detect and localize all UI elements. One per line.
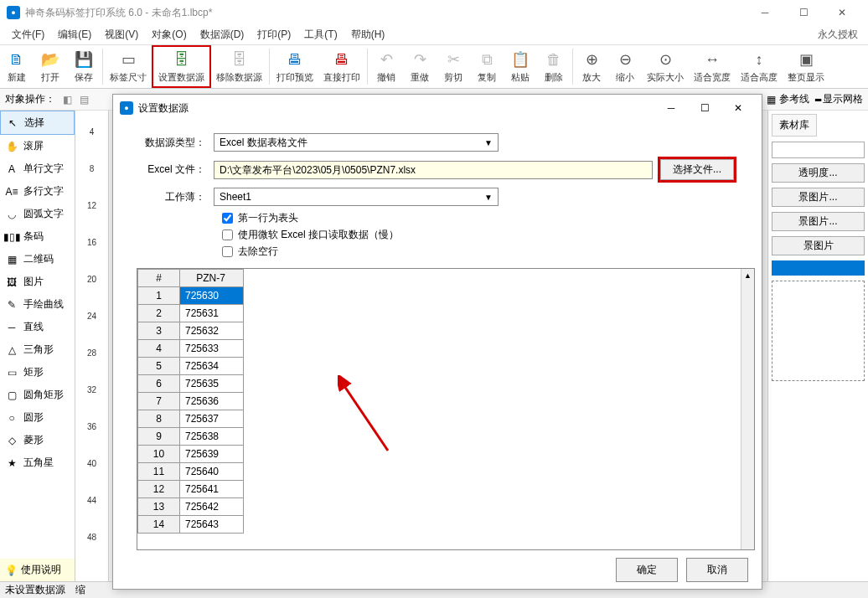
tool-菱形[interactable]: ◇菱形 <box>0 429 75 451</box>
toolbar-复制[interactable]: ⧉复制 <box>470 45 504 88</box>
minimize-button[interactable]: ─ <box>746 0 784 25</box>
remove-empty-checkbox[interactable] <box>222 246 233 257</box>
header-checkbox[interactable] <box>222 213 233 224</box>
cell-value[interactable]: 725637 <box>180 410 244 428</box>
msexcel-checkbox[interactable] <box>222 229 233 240</box>
maximize-button[interactable]: ☐ <box>784 0 823 25</box>
table-row[interactable]: 7725636 <box>138 393 244 410</box>
tool-二维码[interactable]: ▦二维码 <box>0 248 75 271</box>
remove-empty-checkbox-row[interactable]: 去除空行 <box>222 245 736 259</box>
toolbar-缩小[interactable]: ⊖缩小 <box>608 45 642 88</box>
table-row[interactable]: 2725631 <box>138 305 244 322</box>
tool-图片[interactable]: 🖼图片 <box>0 271 75 293</box>
material-combo[interactable] <box>772 142 865 158</box>
toolbar-打印预览[interactable]: 🖶打印预览 <box>271 45 318 88</box>
scrollbar[interactable]: ▲ <box>741 269 754 549</box>
layer-icon[interactable]: ◧ <box>63 94 72 106</box>
file-path-input[interactable]: D:\文章发布平台\2023\05月\0505\PZN7.xlsx <box>214 161 653 179</box>
menu-item[interactable]: 文件(F) <box>5 26 51 43</box>
tool-圆角矩形[interactable]: ▢圆角矩形 <box>0 384 75 406</box>
toolbar-打开[interactable]: 📂打开 <box>34 45 67 88</box>
data-table[interactable]: # PZN-7 17256302725631372563247256335725… <box>137 268 755 550</box>
sheet-combo[interactable]: Sheet1▼ <box>214 188 499 206</box>
tool-滚屏[interactable]: ✋滚屏 <box>0 135 75 157</box>
cell-value[interactable]: 725641 <box>180 481 244 498</box>
cell-value[interactable]: 725634 <box>180 358 244 375</box>
cell-value[interactable]: 725632 <box>180 322 244 340</box>
table-row[interactable]: 5725634 <box>138 358 244 375</box>
table-row[interactable]: 1725630 <box>138 287 244 305</box>
type-combo[interactable]: Excel 数据表格文件▼ <box>214 133 499 152</box>
bg-image-button-3[interactable]: 景图片 <box>772 236 865 255</box>
toolbar-重做[interactable]: ↷重做 <box>403 45 437 88</box>
menu-item[interactable]: 编辑(E) <box>51 26 98 43</box>
toolbar-保存[interactable]: 💾保存 <box>67 45 101 88</box>
toolbar-适合宽度[interactable]: ↔适合宽度 <box>689 45 736 88</box>
reference-lines-button[interactable]: ▦参考线 <box>767 92 809 106</box>
toolbar-撤销[interactable]: ↶撤销 <box>369 45 403 88</box>
cancel-button[interactable]: 取消 <box>686 558 748 582</box>
bg-image-button-2[interactable]: 景图片... <box>772 212 865 231</box>
cell-value[interactable]: 725643 <box>180 516 244 534</box>
toolbar-删除[interactable]: 🗑删除 <box>537 45 571 88</box>
msexcel-checkbox-row[interactable]: 使用微软 Excel 接口读取数据（慢） <box>222 228 736 242</box>
table-row[interactable]: 11725640 <box>138 463 244 481</box>
toolbar-直接打印[interactable]: 🖶直接打印 <box>318 45 365 88</box>
close-button[interactable]: ✕ <box>823 0 861 25</box>
menu-item[interactable]: 帮助(H) <box>344 26 392 43</box>
tool-矩形[interactable]: ▭矩形 <box>0 361 75 384</box>
toolbar-适合高度[interactable]: ↕适合高度 <box>736 45 783 88</box>
tool-五角星[interactable]: ★五角星 <box>0 451 75 474</box>
toolbar-实际大小[interactable]: ⊙实际大小 <box>642 45 689 88</box>
table-row[interactable]: 8725637 <box>138 410 244 428</box>
choose-file-button[interactable]: 选择文件... <box>660 159 734 180</box>
header-checkbox-row[interactable]: 第一行为表头 <box>222 211 736 225</box>
table-row[interactable]: 4725633 <box>138 340 244 358</box>
tool-多行文字[interactable]: A≡多行文字 <box>0 180 75 203</box>
menu-item[interactable]: 对象(O) <box>145 26 193 43</box>
menu-item[interactable]: 打印(P) <box>251 26 297 43</box>
tool-圆弧文字[interactable]: ◡圆弧文字 <box>0 203 75 225</box>
cell-value[interactable]: 725631 <box>180 305 244 322</box>
cell-value[interactable]: 725636 <box>180 393 244 410</box>
toolbar-设置数据源[interactable]: 🗄设置数据源 <box>152 45 211 88</box>
tool-单行文字[interactable]: A单行文字 <box>0 157 75 180</box>
tool-选择[interactable]: ↖选择 <box>0 111 75 135</box>
table-row[interactable]: 13725642 <box>138 498 244 516</box>
cell-value[interactable]: 725642 <box>180 498 244 516</box>
toolbar-移除数据源[interactable]: 🗄移除数据源 <box>211 45 267 88</box>
show-grid-button[interactable]: ▪▪▪ 显示网格 <box>814 92 863 106</box>
menu-item[interactable]: 数据源(D) <box>194 26 251 43</box>
table-row[interactable]: 14725643 <box>138 516 244 534</box>
bg-image-button-1[interactable]: 景图片... <box>772 188 865 207</box>
table-row[interactable]: 12725641 <box>138 481 244 498</box>
cell-value[interactable]: 725635 <box>180 375 244 393</box>
toolbar-标签尺寸[interactable]: ▭标签尺寸 <box>105 45 152 88</box>
toolbar-新建[interactable]: 🗎新建 <box>0 45 34 88</box>
cell-value[interactable]: 725630 <box>180 287 244 305</box>
cell-value[interactable]: 725640 <box>180 463 244 481</box>
cell-value[interactable]: 725633 <box>180 340 244 358</box>
toolbar-整页显示[interactable]: ▣整页显示 <box>783 45 829 88</box>
menu-item[interactable]: 工具(T) <box>297 26 344 43</box>
help-tip[interactable]: 💡使用说明 <box>0 559 75 581</box>
tool-条码[interactable]: ▮▯▮条码 <box>0 225 75 248</box>
toolbar-放大[interactable]: ⊕放大 <box>575 45 608 88</box>
menu-item[interactable]: 视图(V) <box>98 26 145 43</box>
transparency-button[interactable]: 透明度... <box>772 163 865 183</box>
cell-value[interactable]: 725638 <box>180 428 244 446</box>
cell-value[interactable]: 725639 <box>180 446 244 463</box>
tool-手绘曲线[interactable]: ✎手绘曲线 <box>0 293 75 316</box>
toolbar-粘贴[interactable]: 📋粘贴 <box>504 45 537 88</box>
col-index[interactable]: # <box>138 270 180 287</box>
table-row[interactable]: 6725635 <box>138 375 244 393</box>
table-row[interactable]: 9725638 <box>138 428 244 446</box>
ok-button[interactable]: 确定 <box>616 558 678 582</box>
material-tab[interactable]: 素材库 <box>772 114 817 137</box>
table-row[interactable]: 10725639 <box>138 446 244 463</box>
dialog-minimize-button[interactable]: ─ <box>654 95 688 121</box>
layers-icon[interactable]: ▤ <box>80 94 89 106</box>
dialog-maximize-button[interactable]: ☐ <box>688 95 721 121</box>
col-header[interactable]: PZN-7 <box>180 270 244 287</box>
scroll-up-icon[interactable]: ▲ <box>741 269 754 282</box>
